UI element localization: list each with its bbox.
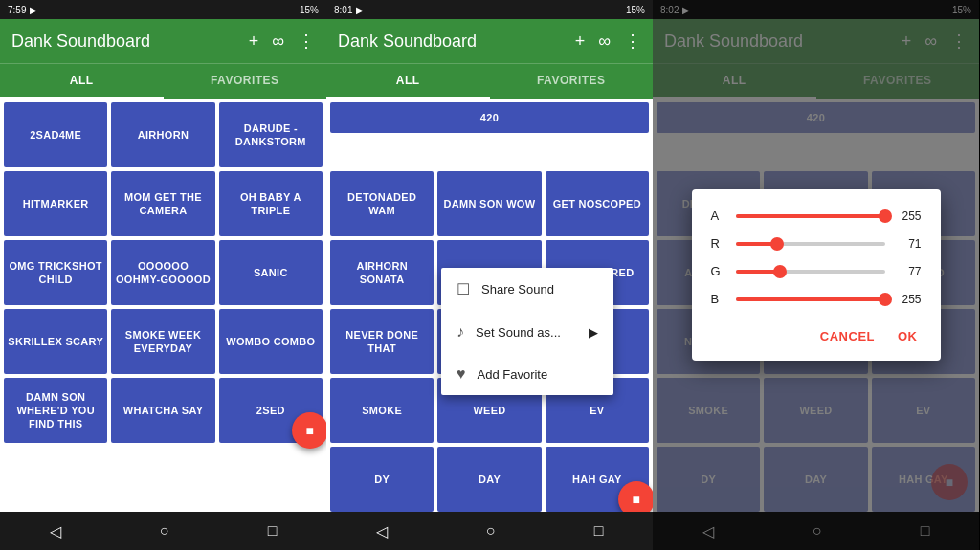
slider-track-g[interactable]	[736, 270, 885, 274]
color-dialog: A 255 R 71 G	[692, 189, 941, 361]
sound-cell[interactable]: WOMBO COMBO	[219, 309, 323, 374]
time-2: 8:01	[334, 5, 352, 15]
sound-cell-oh-baby[interactable]: Oh Baby A Triple	[219, 171, 323, 236]
time-1: 7:59	[8, 5, 26, 15]
sound-cell[interactable]: HAH GAY ■	[546, 447, 649, 512]
sound-cell[interactable]: HITMARKER	[4, 171, 107, 236]
sound-cell[interactable]: DARUDE - DANKSTORM	[219, 102, 323, 167]
sound-cell[interactable]: AIRHORN	[111, 102, 214, 167]
more-button-1[interactable]: ⋮	[298, 31, 315, 52]
sound-cell[interactable]: DETONADED WAM	[330, 171, 434, 236]
status-bar-1: 7:59 ▶ 15%	[0, 0, 326, 19]
tabs-2: ALL FAVORITES	[326, 63, 653, 99]
sound-cell[interactable]: SANIC	[219, 240, 323, 305]
set-sound-item[interactable]: ♪ Set Sound as... ▶	[441, 311, 613, 353]
add-button-1[interactable]: +	[249, 32, 259, 52]
slider-value-g: 77	[895, 265, 922, 278]
dialog-actions: CANCEL OK	[711, 319, 922, 349]
sound-grid-1: 2SAD4ME AIRHORN DARUDE - DANKSTORM HITMA…	[0, 99, 326, 512]
slider-row-r: R 71	[711, 236, 922, 251]
sound-cell[interactable]: DAMN SON WHERE'D YOU FIND THIS	[4, 378, 107, 443]
sound-cell[interactable]: SMOKE	[330, 378, 434, 443]
slider-value-r: 71	[895, 237, 922, 251]
loop-button-1[interactable]: ∞	[272, 32, 284, 52]
slider-label-r: R	[711, 236, 726, 251]
share-sound-item[interactable]: ☐ Share Sound	[441, 268, 613, 311]
slider-fill-a	[736, 214, 885, 218]
carrier-icon-2: ▶	[356, 5, 364, 15]
sound-cell[interactable]: DY	[330, 447, 434, 512]
sound-cell[interactable]: MOM GET THE CAMERA	[111, 171, 214, 236]
phone-3: 8:02 ▶ 15% Dank Soundboard + ∞ ⋮ ALL FAV…	[653, 0, 979, 550]
app-title-1: Dank Soundboard	[11, 32, 150, 52]
sound-cell[interactable]: WHATCHA SAY	[111, 378, 214, 443]
slider-row-g: G 77	[711, 264, 922, 278]
slider-row-a: A 255	[711, 209, 922, 223]
phone-1: 7:59 ▶ 15% Dank Soundboard + ∞ ⋮ ALL FAV…	[0, 0, 326, 550]
cancel-button[interactable]: CANCEL	[816, 323, 879, 349]
slider-value-a: 255	[895, 209, 922, 223]
sound-cell[interactable]: 2SED ■	[219, 378, 323, 443]
app-bar-1: Dank Soundboard + ∞ ⋮	[0, 19, 326, 63]
add-favorite-label: Add Favorite	[478, 367, 548, 382]
sound-cell[interactable]: AIRHORN SONATA	[330, 240, 434, 305]
heart-icon: ♥	[457, 365, 466, 383]
sound-cell[interactable]: SMOKE WEEK EVERYDAY	[111, 309, 214, 374]
nav-bar-1: ◁ ○ □	[0, 512, 326, 550]
slider-thumb-g	[773, 265, 787, 278]
sound-cell[interactable]: OOOOOO OOHMY-GOOOOD	[111, 240, 214, 305]
phone-2: 8:01 ▶ 15% Dank Soundboard + ∞ ⋮ ALL FAV…	[326, 0, 653, 550]
ok-button[interactable]: OK	[894, 323, 922, 349]
back-btn-2[interactable]: ◁	[353, 515, 411, 548]
sound-cell[interactable]: GET NOSCOPED	[546, 171, 649, 236]
status-bar-2: 8:01 ▶ 15%	[326, 0, 653, 19]
sound-cell[interactable]: DAMN SON WOW	[437, 171, 541, 236]
battery-2: 15%	[626, 5, 645, 15]
recent-btn-1[interactable]: □	[245, 515, 301, 547]
slider-row-b: B 255	[711, 292, 922, 306]
app-title-2: Dank Soundboard	[338, 32, 477, 52]
fab-1[interactable]: ■	[292, 412, 326, 449]
slider-thumb-b	[879, 293, 892, 306]
music-icon: ♪	[457, 323, 464, 341]
battery-1: 15%	[300, 5, 319, 15]
set-sound-label: Set Sound as...	[476, 325, 561, 340]
context-menu: ☐ Share Sound ♪ Set Sound as... ▶ ♥ Add …	[441, 268, 613, 395]
sound-cell[interactable]: DAY	[437, 447, 541, 512]
tab-favorites-2[interactable]: FAVORITES	[490, 64, 654, 99]
arrow-icon: ▶	[589, 325, 598, 340]
fab-2[interactable]: ■	[618, 481, 653, 512]
loop-button-2[interactable]: ∞	[598, 32, 611, 52]
nav-bar-2: ◁ ○ □	[326, 512, 653, 550]
slider-label-a: A	[711, 209, 726, 223]
add-button-2[interactable]: +	[575, 32, 586, 52]
tabs-1: ALL FAVORITES	[0, 63, 326, 99]
home-btn-1[interactable]: ○	[137, 515, 192, 547]
dialog-overlay: A 255 R 71 G	[653, 0, 979, 550]
slider-fill-b	[736, 297, 885, 301]
slider-track-r[interactable]	[736, 242, 885, 246]
sound-cell[interactable]: 2SAD4ME	[4, 102, 107, 167]
add-favorite-item[interactable]: ♥ Add Favorite	[441, 353, 613, 395]
recent-btn-2[interactable]: □	[571, 515, 627, 547]
app-bar-2: Dank Soundboard + ∞ ⋮	[326, 19, 653, 63]
stop-icon-1: ■	[306, 422, 315, 439]
sound-cell[interactable]: OMG TRICKSHOT CHILD	[4, 240, 107, 305]
slider-value-b: 255	[895, 293, 922, 306]
sound-cell-never-done[interactable]: NEVER DONE THAT	[330, 309, 434, 374]
tab-all-2[interactable]: ALL	[326, 64, 490, 99]
slider-track-a[interactable]	[736, 214, 885, 218]
sound-cell[interactable]: SKRILLEX SCARY	[4, 309, 107, 374]
back-btn-1[interactable]: ◁	[27, 515, 84, 548]
stop-icon-2: ■	[633, 491, 641, 508]
carrier-icon-1: ▶	[30, 5, 37, 15]
more-button-2[interactable]: ⋮	[624, 31, 641, 52]
slider-label-g: G	[711, 264, 726, 278]
slider-thumb-a	[879, 209, 892, 223]
home-btn-2[interactable]: ○	[463, 515, 519, 547]
tab-favorites-1[interactable]: FAVORITES	[164, 64, 327, 99]
slider-track-b[interactable]	[736, 297, 885, 301]
slider-label-b: B	[711, 292, 726, 306]
tab-all-1[interactable]: ALL	[0, 64, 164, 99]
sound-cell[interactable]: 420	[330, 102, 649, 133]
